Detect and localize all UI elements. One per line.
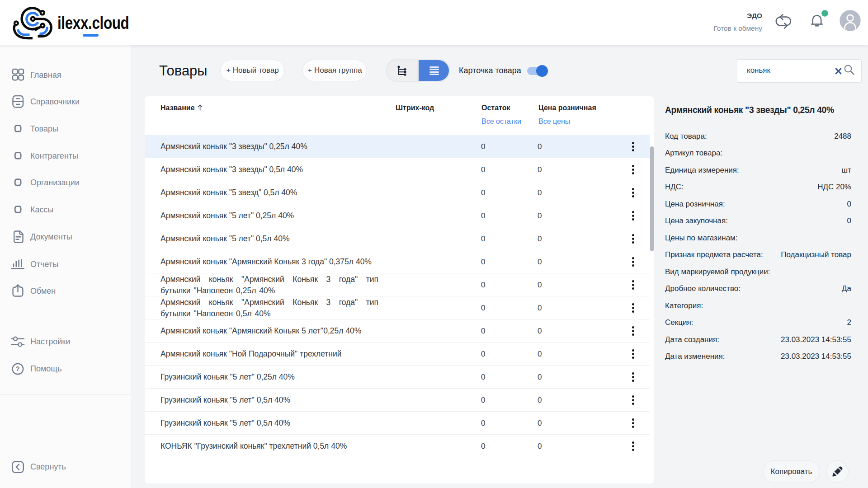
svg-text:?: ? [16, 365, 20, 372]
